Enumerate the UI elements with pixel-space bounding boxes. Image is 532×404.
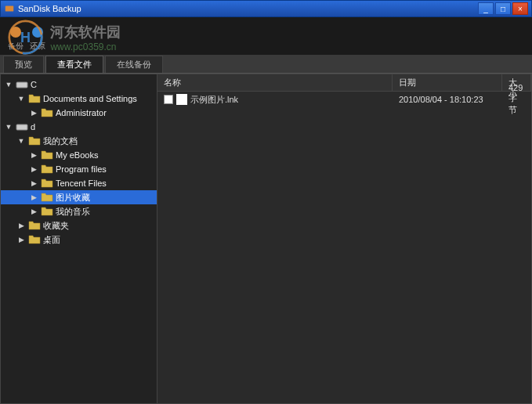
svg-point-4 [10, 27, 21, 38]
folder-icon [41, 178, 53, 189]
tree-node[interactable]: ▶Administrator [1, 106, 157, 120]
window-title: SanDisk Backup [18, 4, 478, 13]
tab-view-files[interactable]: 查看文件 [45, 56, 103, 73]
file-icon [176, 94, 187, 105]
folder-icon [28, 93, 41, 104]
tree-toggle-icon[interactable]: ▶ [29, 207, 38, 216]
tree-label: Program files [56, 164, 107, 174]
tree-toggle-icon[interactable]: ▶ [29, 108, 38, 117]
close-button[interactable]: × [512, 2, 528, 15]
maximize-button[interactable]: □ [495, 2, 511, 15]
tree-label: 图片收藏 [56, 192, 90, 204]
tree-node[interactable]: ▶收藏夹 [1, 218, 157, 233]
cell-name: 示例图片.lnk [157, 94, 393, 106]
list-body[interactable]: 示例图片.lnk2010/08/04 - 18:10:23429 字节 [157, 92, 531, 403]
tree-toggle-icon[interactable]: ▶ [29, 150, 38, 160]
tree-toggle-icon[interactable]: ▼ [16, 94, 26, 103]
folder-icon [41, 192, 53, 203]
tree-toggle-icon[interactable]: ▶ [29, 164, 38, 174]
minimize-button[interactable]: _ [478, 2, 494, 15]
folder-icon [41, 150, 53, 161]
tree-node[interactable]: ▼d [1, 120, 157, 134]
tab-preview[interactable]: 预览 [3, 56, 44, 73]
file-checkbox[interactable] [164, 95, 173, 104]
folder-icon [28, 220, 41, 231]
tabbar: 预览 查看文件 在线备份 [0, 55, 532, 74]
tree-toggle-icon[interactable]: ▶ [16, 235, 26, 244]
folder-icon [28, 234, 41, 245]
drive-icon [16, 121, 28, 132]
list-header: 名称 日期 大小 [157, 74, 531, 92]
tree-label: 我的文档 [43, 135, 78, 147]
tree-node[interactable]: ▼Documents and Settings [1, 92, 157, 106]
tree-toggle-icon[interactable]: ▼ [4, 80, 13, 89]
tree-node[interactable]: ▼C [1, 78, 157, 92]
tab-online-backup[interactable]: 在线备份 [105, 56, 163, 73]
tree-node[interactable]: ▶Program files [1, 162, 157, 176]
tree-label: 收藏夹 [43, 220, 69, 232]
cell-size: 429 字节 [502, 83, 531, 116]
backup-label: 备份 [8, 41, 24, 50]
svg-rect-0 [5, 6, 14, 12]
tree-node[interactable]: ▶我的音乐 [1, 204, 157, 218]
tree-node[interactable]: ▶My eBooks [1, 148, 157, 162]
list-panel: 名称 日期 大小 示例图片.lnk2010/08/04 - 18:10:2342… [157, 74, 531, 403]
tree-label: Documents and Settings [43, 94, 137, 103]
tree-node[interactable]: ▶桌面 [1, 233, 157, 247]
tree-panel[interactable]: ▼C▼Documents and Settings▶Administrator▼… [1, 74, 157, 403]
column-header-name[interactable]: 名称 [157, 74, 393, 91]
window-controls: _ □ × [478, 2, 528, 15]
tree-node[interactable]: ▼我的文档 [1, 134, 157, 148]
tree-label: My eBooks [56, 150, 98, 160]
tree-label: 我的音乐 [56, 206, 90, 218]
svg-rect-7 [16, 124, 27, 130]
tree-label: C [31, 80, 37, 89]
restore-button[interactable]: 还原 [28, 23, 47, 53]
folder-icon [28, 135, 41, 146]
tree-toggle-icon[interactable]: ▶ [29, 179, 38, 188]
tree-toggle-icon[interactable]: ▼ [4, 122, 13, 132]
tree-toggle-icon[interactable]: ▼ [16, 136, 26, 146]
tree-label: 桌面 [43, 234, 60, 246]
tree-node[interactable]: ▶Tencent Files [1, 176, 157, 190]
tree-label: Administrator [56, 108, 107, 117]
drive-icon [16, 79, 28, 90]
svg-point-5 [32, 27, 43, 38]
tree-label: d [31, 122, 35, 132]
folder-icon [41, 206, 53, 217]
column-header-date[interactable]: 日期 [393, 74, 502, 91]
list-row[interactable]: 示例图片.lnk2010/08/04 - 18:10:23429 字节 [157, 92, 531, 107]
folder-icon [41, 164, 53, 175]
tree-toggle-icon[interactable]: ▶ [16, 221, 26, 230]
file-name: 示例图片.lnk [190, 94, 238, 106]
tree-toggle-icon[interactable]: ▶ [29, 193, 38, 202]
titlebar: SanDisk Backup _ □ × [0, 0, 532, 17]
cell-date: 2010/08/04 - 18:10:23 [393, 95, 502, 104]
app-icon [4, 3, 15, 14]
toolbar: 备份 还原 [0, 17, 532, 55]
svg-rect-6 [16, 82, 27, 88]
tree-node[interactable]: ▶图片收藏 [1, 190, 157, 204]
backup-button[interactable]: 备份 [6, 23, 25, 53]
tree-label: Tencent Files [56, 179, 107, 188]
restore-label: 还原 [30, 41, 45, 50]
content: ▼C▼Documents and Settings▶Administrator▼… [0, 74, 532, 404]
folder-icon [41, 107, 53, 118]
